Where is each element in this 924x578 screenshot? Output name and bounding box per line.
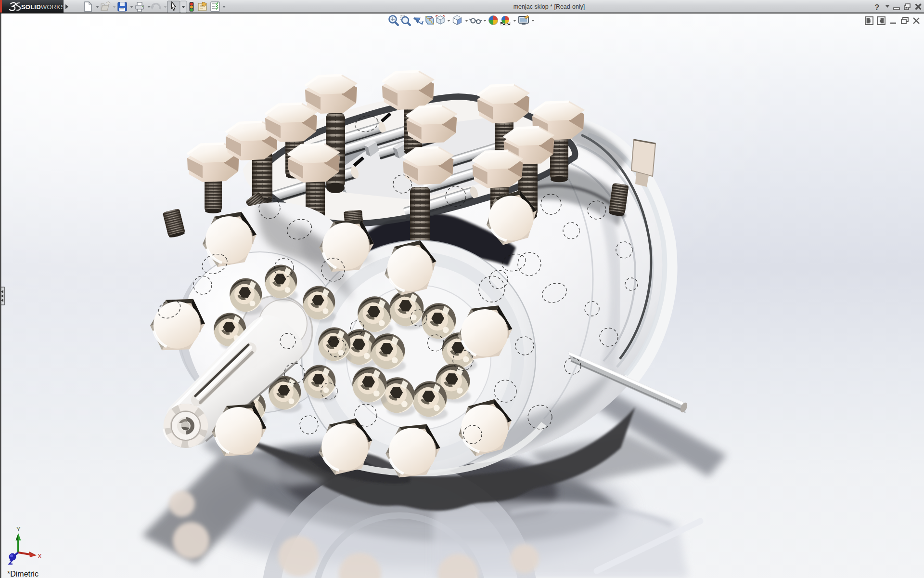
svg-text:?: ?: [874, 3, 879, 12]
svg-text:Y: Y: [16, 525, 21, 533]
svg-text:X: X: [38, 552, 42, 560]
svg-text:*Dimetric: *Dimetric: [7, 570, 38, 578]
svg-text:SOLIDWORKS: SOLIDWORKS: [21, 3, 65, 11]
